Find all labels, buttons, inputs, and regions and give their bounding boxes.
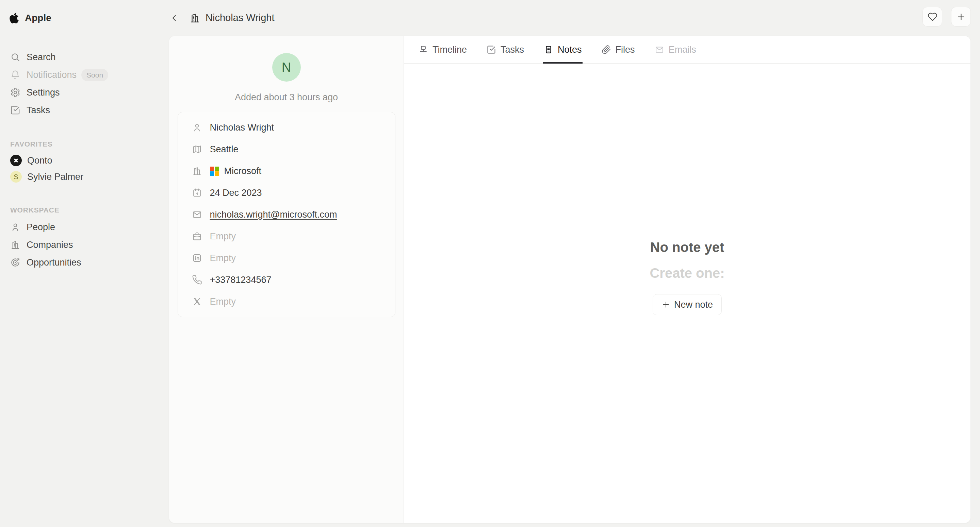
tab-timeline[interactable]: Timeline [418, 36, 467, 63]
contact-details-card: Nicholas Wright Seattle Microsoft 24 D [178, 112, 395, 317]
mail-icon [655, 45, 664, 54]
contact-summary-pane: N Added about 3 hours ago Nicholas Wrigh… [169, 36, 404, 523]
sidebar-item-label: People [27, 222, 55, 233]
heart-icon [928, 12, 937, 22]
check-square-icon [10, 105, 21, 115]
bell-icon [10, 70, 21, 80]
favorite-item-label: Qonto [27, 156, 52, 166]
search-icon [10, 52, 21, 62]
qonto-logo [10, 155, 22, 166]
briefcase-icon [192, 231, 202, 241]
new-note-button[interactable]: New note [653, 294, 722, 315]
contact-added-text: Added about 3 hours ago [235, 92, 338, 103]
plus-icon [956, 12, 966, 22]
gear-icon [10, 87, 21, 98]
sidebar-item-label: Companies [27, 240, 73, 250]
sidebar-item-companies[interactable]: Companies [10, 236, 162, 254]
field-linkedin[interactable]: Empty [178, 247, 395, 269]
favorites-section-label: FAVORITES [10, 140, 162, 148]
field-value: Seattle [210, 144, 239, 155]
record-panel: N Added about 3 hours ago Nicholas Wrigh… [169, 36, 971, 523]
note-icon [544, 45, 553, 54]
tab-files[interactable]: Files [601, 36, 635, 63]
linkedin-icon [192, 253, 202, 263]
sidebar-item-people[interactable]: People [10, 218, 162, 236]
breadcrumb: Nicholas Wright [167, 0, 275, 36]
microsoft-logo [210, 167, 219, 176]
sidebar: Search Notifications Soon Settings Tasks… [0, 36, 169, 527]
apple-logo-icon [9, 12, 19, 24]
tab-label: Files [616, 44, 635, 55]
chevron-left-icon [169, 13, 179, 23]
field-date[interactable]: 24 Dec 2023 [178, 182, 395, 204]
field-value: Empty [210, 231, 236, 242]
person-icon [10, 222, 21, 232]
timeline-icon [418, 45, 428, 54]
calendar-icon [192, 188, 202, 198]
tab-label: Notes [558, 44, 582, 55]
building-icon [192, 166, 202, 176]
sidebar-item-notifications: Notifications Soon [10, 66, 162, 84]
notes-empty-state: No note yet Create one: New note [404, 63, 970, 315]
empty-state-subtitle: Create one: [649, 265, 724, 281]
soon-badge: Soon [81, 69, 108, 81]
tab-label: Emails [669, 44, 696, 55]
field-company[interactable]: Microsoft [178, 160, 395, 182]
field-phone[interactable]: +33781234567 [178, 269, 395, 291]
sidebar-item-opportunities[interactable]: Opportunities [10, 254, 162, 271]
field-value: 24 Dec 2023 [210, 188, 262, 198]
phone-icon [192, 275, 202, 285]
empty-state-title: No note yet [650, 239, 724, 256]
field-fullname[interactable]: Nicholas Wright [178, 117, 395, 138]
field-value: Nicholas Wright [210, 122, 274, 133]
add-record-button[interactable] [951, 7, 971, 27]
back-button[interactable] [167, 11, 182, 25]
sidebar-item-label: Settings [27, 87, 60, 98]
building-icon [10, 240, 21, 250]
record-type-icon [189, 12, 200, 24]
sidebar-item-sylvie-palmer[interactable]: S Sylvie Palmer [10, 169, 162, 185]
field-email[interactable]: nicholas.wright@microsoft.com [178, 204, 395, 225]
field-value: nicholas.wright@microsoft.com [210, 210, 337, 220]
tab-label: Tasks [501, 44, 524, 55]
sidebar-item-label: Notifications [27, 70, 76, 80]
record-tabs-pane: Timeline Tasks Notes Files [404, 36, 970, 523]
field-city[interactable]: Seattle [178, 138, 395, 160]
sidebar-item-label: Search [27, 52, 56, 63]
top-bar: Apple Nicholas Wright [0, 0, 980, 36]
sidebar-item-settings[interactable]: Settings [10, 84, 162, 101]
person-icon [192, 122, 202, 133]
field-value: Microsoft [224, 166, 262, 176]
workspace-name: Apple [25, 13, 51, 24]
workspace-switcher[interactable]: Apple [9, 0, 51, 36]
favorite-button[interactable] [923, 7, 942, 27]
qonto-x-icon [13, 157, 19, 164]
contact-avatar: N [272, 53, 301, 82]
check-square-icon [487, 45, 496, 54]
topbar-actions [923, 7, 971, 27]
field-job-title[interactable]: Empty [178, 225, 395, 247]
x-logo-icon [192, 297, 202, 307]
sidebar-item-label: Tasks [27, 105, 50, 116]
avatar: S [10, 171, 22, 183]
sidebar-item-label: Opportunities [27, 257, 81, 268]
target-icon [10, 257, 21, 268]
tab-notes[interactable]: Notes [544, 36, 582, 63]
workspace-section-label: WORKSPACE [10, 206, 162, 214]
tab-label: Timeline [433, 44, 467, 55]
page-title: Nicholas Wright [205, 12, 275, 24]
favorite-item-label: Sylvie Palmer [27, 172, 83, 182]
map-icon [192, 144, 202, 154]
sidebar-item-qonto[interactable]: Qonto [10, 152, 162, 169]
paperclip-icon [601, 45, 611, 54]
mail-icon [192, 210, 202, 220]
field-value: Empty [210, 297, 236, 307]
sidebar-item-tasks[interactable]: Tasks [10, 101, 162, 119]
plus-icon [662, 300, 670, 309]
field-x-handle[interactable]: Empty [178, 291, 395, 313]
tab-tasks[interactable]: Tasks [487, 36, 524, 63]
new-note-button-label: New note [674, 300, 713, 310]
tab-emails: Emails [655, 36, 696, 63]
sidebar-item-search[interactable]: Search [10, 48, 162, 66]
field-value: Empty [210, 253, 236, 264]
